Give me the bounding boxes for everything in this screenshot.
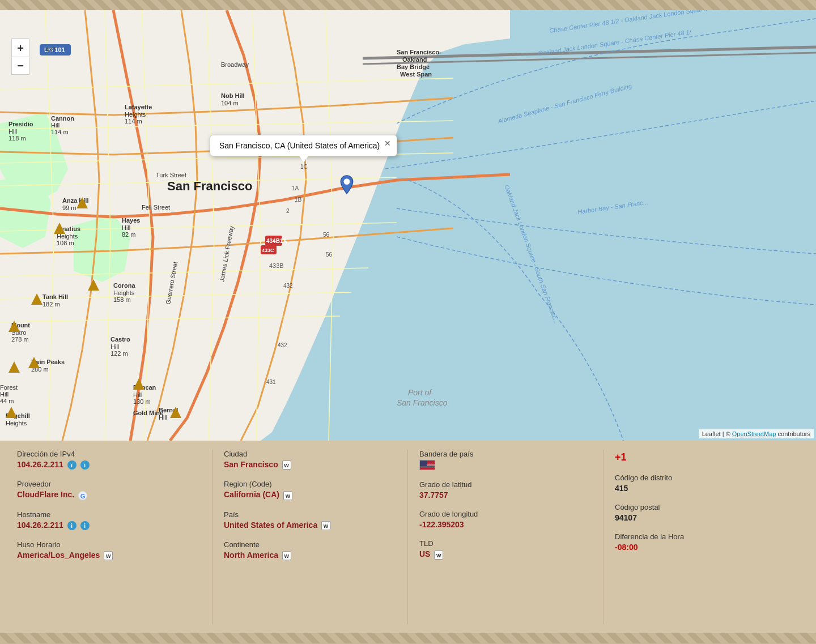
city-label: Ciudad [224, 450, 396, 458]
svg-text:San Francisco: San Francisco [397, 398, 448, 407]
ipv4-item: Dirección de IPv4 104.26.2.211 i i [17, 450, 201, 470]
flag-canton [420, 460, 427, 466]
map-controls: + − [11, 39, 29, 75]
postal-code-item: Código postal 94107 [615, 503, 788, 522]
svg-text:158 m: 158 m [113, 296, 131, 303]
city-wiki-icon[interactable]: W [282, 460, 291, 470]
provider-item: Proveedor CloudFlare Inc. G [17, 480, 201, 500]
svg-text:130 m: 130 m [133, 398, 151, 405]
latitude-item: Grado de latitud 37.7757 [419, 480, 592, 500]
tld-value: US W [419, 549, 592, 559]
continent-item: Continente North America W [224, 540, 396, 560]
provider-google-icon[interactable]: G [78, 491, 87, 500]
svg-text:Oakland: Oakland [402, 56, 427, 63]
continent-wiki-icon[interactable]: W [282, 551, 291, 560]
attribution-contributors: contributors [778, 430, 810, 437]
svg-text:Hill: Hill [133, 391, 142, 398]
flag-label: Bandera de país [419, 450, 592, 458]
hostname-info-icon-1[interactable]: i [67, 521, 76, 530]
svg-text:Bay Bridge: Bay Bridge [397, 63, 430, 70]
time-diff-label: Diferencia de la Hora [615, 532, 788, 541]
svg-text:1B: 1B [295, 197, 302, 203]
svg-text:Nob Hill: Nob Hill [221, 92, 245, 99]
map-attribution: Leaflet | © OpenStreetMap contributors [699, 429, 814, 438]
map-marker[interactable] [339, 174, 355, 197]
info-panel: Dirección de IPv4 104.26.2.211 i i Prove… [0, 441, 816, 633]
flag-value [419, 460, 592, 470]
info-col-1: Dirección de IPv4 104.26.2.211 i i Prove… [17, 450, 212, 624]
country-wiki-icon[interactable]: W [321, 521, 330, 530]
osm-link[interactable]: OpenStreetMap [732, 430, 776, 437]
ipv4-info-icon-2[interactable]: i [80, 460, 90, 470]
svg-text:114 m: 114 m [125, 118, 142, 125]
info-col-4: +1 Código de distrito 415 Código postal … [604, 450, 799, 624]
zoom-in-button[interactable]: + [11, 39, 29, 57]
hostname-value: 104.26.2.211 i i [17, 521, 201, 530]
svg-text:Cannon: Cannon [51, 115, 74, 122]
popup-close-button[interactable]: ✕ [384, 139, 391, 148]
svg-text:Heights: Heights [6, 420, 27, 427]
svg-text:437: 437 [45, 46, 56, 53]
hostname-info-icon-2[interactable]: i [80, 521, 90, 530]
hostname-label: Hostname [17, 510, 201, 519]
ipv4-info-icon-1[interactable]: i [67, 460, 76, 470]
svg-text:San Francisco-: San Francisco- [397, 49, 441, 56]
tld-item: TLD US W [419, 539, 592, 559]
region-label: Region (Code) [224, 480, 396, 488]
svg-text:114 m: 114 m [51, 129, 69, 135]
svg-text:1A: 1A [292, 185, 299, 191]
longitude-value: -122.395203 [419, 520, 592, 529]
latitude-label: Grado de latitud [419, 480, 592, 489]
top-border [0, 0, 816, 10]
continent-value: North America W [224, 551, 396, 560]
svg-text:San Francisco: San Francisco [167, 179, 252, 193]
timezone-label: Huso Horario [17, 540, 201, 549]
country-value: United States of America W [224, 521, 396, 530]
longitude-label: Grado de longitud [419, 510, 592, 518]
timezone-wiki-icon[interactable]: W [104, 551, 113, 560]
svg-text:432: 432 [278, 342, 287, 348]
svg-text:Broadway: Broadway [221, 61, 249, 68]
svg-text:56: 56 [323, 232, 330, 238]
svg-text:Hill: Hill [122, 224, 130, 231]
provider-label: Proveedor [17, 480, 201, 488]
map-svg: Chase Center Pier 48 1/2 - Oakland Jack … [0, 10, 816, 441]
tld-wiki-icon[interactable]: W [434, 551, 443, 560]
longitude-item: Grado de longitud -122.395203 [419, 510, 592, 529]
svg-text:104 m: 104 m [221, 100, 239, 106]
map-container: Chase Center Pier 48 1/2 - Oakland Jack … [0, 10, 816, 441]
postal-code-value: 94107 [615, 513, 788, 522]
bottom-border [0, 633, 816, 643]
svg-text:434B1A: 434B1A [266, 238, 287, 244]
zoom-out-button[interactable]: − [11, 57, 29, 75]
time-diff-value: -08:00 [615, 543, 788, 552]
svg-text:Hill: Hill [159, 414, 167, 421]
svg-text:1C: 1C [300, 164, 308, 170]
postal-code-label: Código postal [615, 503, 788, 511]
region-wiki-icon[interactable]: W [283, 491, 292, 500]
svg-text:44 m: 44 m [0, 398, 14, 404]
country-item: País United States of America W [224, 510, 396, 530]
svg-text:Hill: Hill [51, 122, 60, 129]
svg-text:431: 431 [266, 379, 276, 385]
provider-value: CloudFlare Inc. G [17, 490, 201, 500]
popup-arrow [299, 156, 308, 163]
ipv4-label: Dirección de IPv4 [17, 450, 201, 458]
svg-text:Port of: Port of [408, 388, 432, 397]
city-value: San Francisco W [224, 460, 396, 470]
svg-text:Hill: Hill [110, 343, 119, 350]
svg-text:118 m: 118 m [8, 135, 26, 142]
svg-text:108 m: 108 m [57, 240, 74, 246]
svg-text:433B: 433B [269, 262, 284, 269]
hostname-item: Hostname 104.26.2.211 i i [17, 510, 201, 530]
area-code-value: 415 [615, 484, 788, 493]
attribution-separator: | © [722, 430, 732, 437]
svg-text:Lafayette: Lafayette [125, 104, 152, 110]
map-popup: San Francisco, CA (United States of Amer… [210, 135, 397, 156]
timezone-value: America/Los_Angeles W [17, 551, 201, 560]
flag-item: Bandera de país [419, 450, 592, 470]
svg-text:Forest: Forest [0, 384, 18, 391]
svg-text:Presidio: Presidio [8, 121, 33, 127]
flag-icon [419, 460, 435, 470]
tld-label: TLD [419, 539, 592, 548]
